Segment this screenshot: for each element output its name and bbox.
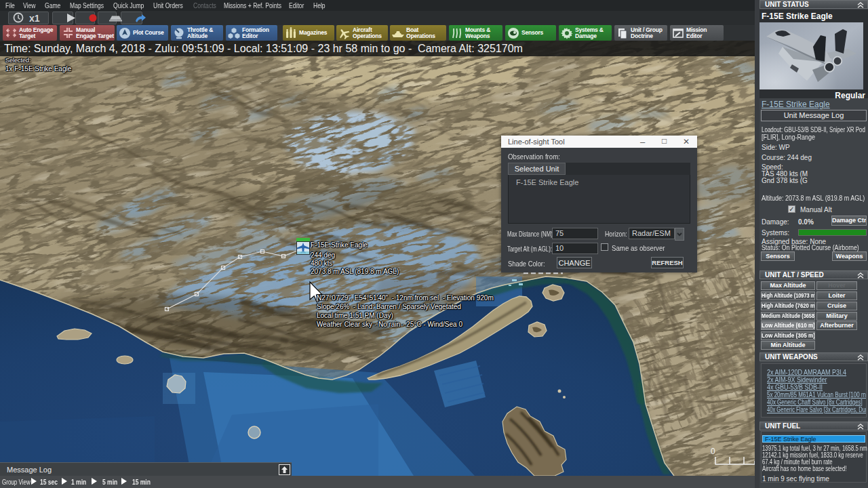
svg-text:0: 0 <box>711 447 715 456</box>
svg-text:x1: x1 <box>29 13 40 24</box>
